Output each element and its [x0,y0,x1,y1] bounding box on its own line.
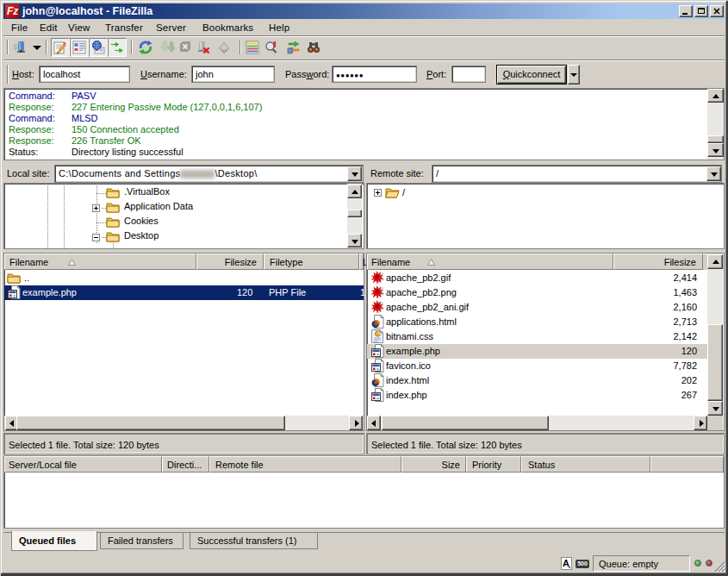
svg-text:A: A [563,558,569,568]
